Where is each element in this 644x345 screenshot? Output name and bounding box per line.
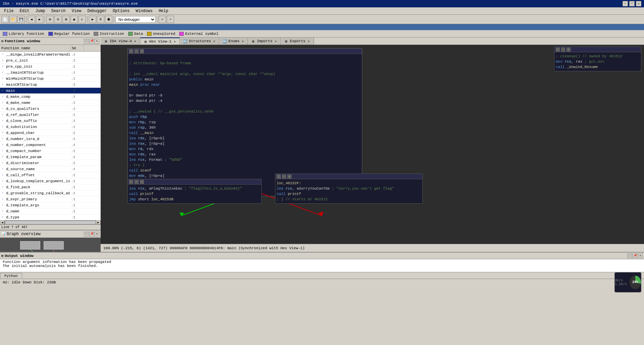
menu-edit[interactable]: Edit: [17, 8, 32, 14]
menu-file[interactable]: File: [1, 8, 16, 14]
menu-help[interactable]: Help: [156, 8, 171, 14]
toolbar-btn-5[interactable]: ▷: [78, 16, 86, 23]
side-panel-btn1[interactable]: □: [556, 48, 560, 52]
function-row[interactable]: ⚡d_template_args.t: [0, 202, 101, 208]
toolbar-btn-run[interactable]: ▶: [89, 16, 96, 23]
graph-float-btn[interactable]: □: [84, 232, 89, 236]
functions-close-btn[interactable]: ✕: [95, 39, 99, 44]
graph-overview-content[interactable]: [0, 238, 101, 252]
bl-btn3[interactable]: ✕: [140, 180, 144, 184]
menu-windows[interactable]: Windows: [133, 8, 155, 14]
function-row[interactable]: ⚡mainCRTStartup.t: [0, 82, 101, 88]
function-row[interactable]: ⚡pre_c_init.t: [0, 58, 101, 64]
tab-exp-close[interactable]: ✕: [307, 39, 311, 43]
menu-options[interactable]: Options: [110, 8, 132, 14]
menu-view[interactable]: View: [69, 8, 84, 14]
output-float-btn[interactable]: □: [627, 254, 632, 258]
main-line-b: b= dword ptr -8: [129, 93, 361, 98]
toolbar-btn-pause[interactable]: ⏸: [97, 16, 104, 23]
bl-btn1[interactable]: □: [129, 180, 133, 184]
scroll-left-btn[interactable]: ◀: [0, 220, 5, 224]
toolbar-btn-1[interactable]: ⊞: [46, 16, 54, 23]
function-row[interactable]: ⚡__tmainCRTStartup.t: [0, 70, 101, 76]
toolbar-btn-new[interactable]: 📄: [1, 16, 9, 23]
bl-btn2[interactable]: ─: [135, 180, 139, 184]
toolbar-btn-back[interactable]: ◀: [28, 16, 35, 23]
graph-area[interactable]: □ ─ ✕ ; cleanup() // owned by 401512 mov…: [101, 45, 644, 244]
tab-hex-close[interactable]: ✕: [173, 40, 177, 44]
toolbar-btn-save[interactable]: 💾: [17, 16, 25, 23]
br-btn2[interactable]: ─: [282, 175, 286, 179]
tab-ida-view[interactable]: ⊞ IDA View-A ✕: [101, 38, 140, 45]
maximize-button[interactable]: □: [629, 1, 635, 6]
graph-icon: 📊: [1, 232, 5, 236]
main-btn3[interactable]: ✕: [140, 49, 144, 53]
functions-pin-btn[interactable]: 📌: [89, 39, 94, 44]
functions-hscrollbar[interactable]: [5, 220, 96, 224]
function-row[interactable]: ⚡d_clone_suffix.t: [0, 118, 101, 124]
tab-enums[interactable]: 🔤 Enums ✕: [219, 38, 248, 45]
main-btn2[interactable]: ─: [135, 49, 139, 53]
minimize-button[interactable]: ─: [623, 1, 628, 6]
function-row[interactable]: ⚡d_substitution.t: [0, 124, 101, 130]
function-row[interactable]: ⚡d_expr_primary.t: [0, 196, 101, 202]
scroll-right-btn[interactable]: ▶: [96, 220, 101, 224]
tab-hex-view[interactable]: ⊞ Hex View-1 ✕: [140, 38, 180, 45]
function-row[interactable]: ⚡d_lookup_template_argument_isra_6.t: [0, 178, 101, 184]
toolbar-btn-3[interactable]: ⊠: [62, 16, 70, 23]
function-row[interactable]: ⚡d_discriminator.t: [0, 160, 101, 166]
toolbar-btn-4[interactable]: ◉: [70, 16, 78, 23]
python-tab[interactable]: Python: [0, 273, 22, 279]
function-row[interactable]: ⚡main.t: [0, 88, 101, 94]
close-button[interactable]: ✕: [636, 1, 641, 6]
function-row[interactable]: ⚡d_make_name.t: [0, 100, 101, 106]
function-row[interactable]: ⚡WinMainCRTStartup.t: [0, 76, 101, 82]
function-row[interactable]: ⚡d_find_pack.t: [0, 184, 101, 190]
function-row[interactable]: ⚡d_name.t: [0, 208, 101, 214]
function-row[interactable]: ⚡d_cv_qualifiers.t: [0, 106, 101, 112]
toolbar-btn-stop[interactable]: ⏹: [105, 16, 112, 23]
toolbar-btn-step[interactable]: ↷: [159, 16, 166, 23]
toolbar-btn-fwd[interactable]: ▶: [36, 16, 43, 23]
output-pin-btn[interactable]: 📌: [633, 254, 637, 258]
tab-imp-close[interactable]: ✕: [274, 39, 278, 43]
function-row[interactable]: ⚡d_append_char.t: [0, 130, 101, 136]
toolbar-btn-open[interactable]: 📂: [9, 16, 17, 23]
tab-exports[interactable]: ⊞ Exports ✕: [281, 38, 314, 45]
br-btn3[interactable]: ✕: [287, 175, 291, 179]
function-row[interactable]: ⚡d_template_param.t: [0, 154, 101, 160]
functions-list[interactable]: ⚡__mingw_invalidParameterHandler.t⚡pre_c…: [0, 52, 101, 220]
functions-float-btn[interactable]: □: [84, 39, 89, 44]
output-icon: ⊞: [1, 254, 3, 258]
function-row[interactable]: ⚡d_call_offset.t: [0, 172, 101, 178]
function-row[interactable]: ⚡d_compact_number.t: [0, 148, 101, 154]
function-name: d_find_pack: [6, 185, 70, 189]
tab-imports[interactable]: ⊞ Imports ✕: [248, 38, 281, 45]
menu-debugger[interactable]: Debugger: [85, 8, 109, 14]
function-row[interactable]: ⚡__mingw_invalidParameterHandler.t: [0, 52, 101, 58]
function-row[interactable]: ⚡d_ref_qualifier.t: [0, 112, 101, 118]
tab-structures[interactable]: 🔤 Structures ✕: [180, 38, 219, 45]
toolbar-btn-2[interactable]: ⊟: [54, 16, 62, 23]
br-btn1[interactable]: □: [277, 175, 281, 179]
tab-str-close[interactable]: ✕: [212, 39, 216, 43]
function-row[interactable]: ⚡d_make_comp.t: [0, 94, 101, 100]
graph-close-btn[interactable]: ✕: [95, 232, 99, 236]
menu-jump[interactable]: Jump: [33, 8, 48, 14]
graph-pin-btn[interactable]: 📌: [89, 232, 94, 236]
function-row[interactable]: ⚡d_source_name.t: [0, 166, 101, 172]
main-btn1[interactable]: □: [129, 49, 133, 53]
function-row[interactable]: ⚡pre_cpp_init.t: [0, 64, 101, 70]
debugger-combo[interactable]: No debugger: [115, 16, 156, 23]
tab-ida-close[interactable]: ✕: [133, 39, 137, 43]
function-row[interactable]: ⚡d_number_component.t: [0, 142, 101, 148]
toolbar-btn-step2[interactable]: ↶: [167, 16, 174, 23]
function-row[interactable]: ⚡d_number_isra_0.t: [0, 136, 101, 142]
tab-enum-close[interactable]: ✕: [241, 39, 245, 43]
menu-search[interactable]: Search: [48, 8, 68, 14]
side-panel-btn3[interactable]: ✕: [567, 48, 571, 52]
output-close-btn[interactable]: ✕: [638, 254, 643, 258]
side-panel-btn2[interactable]: ─: [561, 48, 565, 52]
function-row[interactable]: ⚡d_type.t: [0, 214, 101, 220]
function-row[interactable]: ⚡d_grovable_string_callback_adapter.t: [0, 190, 101, 196]
